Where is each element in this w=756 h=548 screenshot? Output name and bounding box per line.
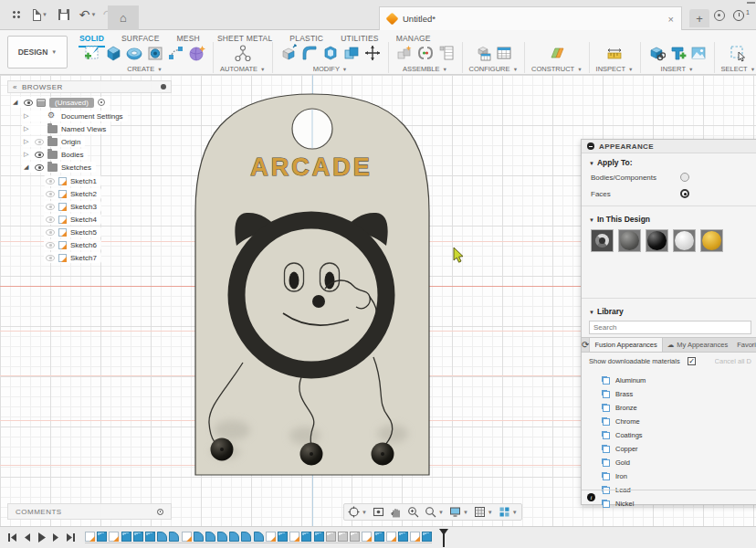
close-tab-icon[interactable]: × [668, 14, 674, 25]
look-at-icon[interactable] [373, 506, 384, 518]
undo-icon[interactable]: ↶▼ [80, 7, 95, 22]
material-category-row[interactable]: Copper [582, 442, 756, 456]
material-category-row[interactable]: Coatings [582, 428, 756, 442]
sketch-tree-node[interactable]: Sketch2 [44, 188, 101, 199]
sketch-tree-node[interactable]: Sketch7 [44, 252, 101, 263]
timeline-feature-icon[interactable] [157, 532, 167, 542]
timeline-playhead[interactable] [435, 529, 447, 547]
timeline-feature-icon[interactable] [350, 532, 360, 542]
search-input[interactable] [589, 321, 751, 334]
timeline-feature-icon[interactable] [326, 532, 336, 542]
visibility-eye-icon[interactable] [24, 100, 33, 106]
timeline-feature-icon[interactable] [217, 532, 227, 542]
timeline-feature-icon[interactable] [362, 532, 372, 542]
skip-to-start-button[interactable] [7, 532, 17, 543]
measure-icon[interactable] [605, 44, 624, 62]
expander-icon[interactable] [24, 163, 31, 171]
visibility-eye-icon[interactable] [46, 242, 55, 248]
material-swatch[interactable] [618, 229, 641, 252]
construct-plane-icon[interactable] [548, 44, 566, 62]
browser-root-node[interactable]: (Unsaved) [11, 97, 110, 108]
radio-unselected[interactable] [680, 173, 689, 182]
create-menu[interactable]: CREATE ▼ [127, 65, 162, 73]
save-icon[interactable] [57, 7, 71, 22]
library-section[interactable]: ▼Library [582, 302, 756, 318]
comments-bar[interactable]: COMMENTS [7, 503, 172, 520]
sketch-tree-node[interactable]: Sketch6 [44, 239, 101, 250]
timeline-feature-icon[interactable] [386, 532, 396, 542]
home-tab[interactable]: ⌂ [108, 5, 139, 30]
dialog-grip-icon[interactable] [587, 142, 594, 150]
extensions-icon[interactable] [714, 10, 725, 21]
step-forward-button[interactable] [52, 532, 60, 543]
tab-favorites[interactable]: Favorites [732, 338, 756, 352]
visibility-eye-icon[interactable] [46, 178, 55, 184]
visibility-eye-icon[interactable] [35, 152, 44, 158]
assemble-menu[interactable]: ASSEMBLE ▼ [403, 65, 447, 73]
visibility-eye-icon[interactable] [46, 229, 55, 236]
timeline-feature-icon[interactable] [398, 532, 408, 542]
modify-menu[interactable]: MODIFY ▼ [313, 65, 348, 73]
tab-fusion-appearances[interactable]: Fusion Appearances [589, 338, 662, 352]
browser-tree-node[interactable]: Bodies [22, 149, 88, 160]
joint-list-icon[interactable] [437, 44, 456, 62]
sketch-tree-node[interactable]: Sketch1 [44, 175, 101, 186]
material-swatch[interactable] [673, 229, 696, 252]
configure-menu[interactable]: CONFIGURE ▼ [469, 65, 519, 73]
revolve-icon[interactable] [125, 44, 143, 62]
sketch-tree-node[interactable]: Sketch5 [44, 227, 101, 237]
fit-icon[interactable]: ▼ [425, 506, 444, 518]
tab-my-appearances[interactable]: ☁My Appearances [663, 338, 732, 352]
construct-menu[interactable]: CONSTRUCT ▼ [531, 65, 583, 73]
timeline-feature-icon[interactable] [338, 532, 348, 542]
new-tab-button[interactable]: + [689, 9, 709, 27]
visibility-eye-icon[interactable] [35, 164, 44, 171]
expander-icon[interactable] [13, 99, 20, 106]
pattern-icon[interactable] [167, 44, 185, 62]
activate-component-radio[interactable] [98, 99, 105, 106]
combine-icon[interactable] [342, 44, 361, 62]
zoom-icon[interactable] [407, 506, 419, 518]
grid-settings-icon[interactable]: ▼ [474, 506, 493, 518]
play-button[interactable] [37, 532, 47, 543]
select-icon[interactable] [729, 44, 747, 62]
expander-icon[interactable] [24, 112, 31, 120]
visibility-eye-icon[interactable] [46, 204, 55, 210]
create-sketch-icon[interactable] [83, 44, 101, 62]
timeline-feature-icon[interactable] [133, 532, 143, 542]
expander-icon[interactable] [24, 138, 31, 145]
pan-icon[interactable] [390, 506, 402, 518]
timeline-feature-icon[interactable] [410, 532, 420, 542]
step-back-button[interactable] [23, 532, 31, 543]
option-faces[interactable]: Faces [582, 185, 756, 202]
job-status-icon[interactable] [733, 10, 744, 21]
app-grid-icon[interactable] [9, 7, 24, 22]
timeline-feature-icon[interactable] [229, 532, 239, 542]
visibility-eye-icon[interactable] [46, 255, 55, 261]
material-category-row[interactable]: Iron [582, 469, 756, 483]
timeline-feature-icon[interactable] [194, 532, 204, 542]
expander-icon[interactable] [24, 125, 31, 132]
browser-tree-node[interactable]: Document Settings [22, 111, 128, 121]
browser-tree-node[interactable]: Origin [22, 136, 85, 147]
file-menu-icon[interactable]: ▼ [33, 7, 47, 22]
timeline-feature-icon[interactable] [85, 532, 95, 542]
material-category-row[interactable]: Bronze [582, 401, 756, 415]
apply-to-section[interactable]: ▼Apply To: [582, 153, 756, 169]
viewports-icon[interactable]: ▼ [499, 506, 518, 518]
insert-mesh-icon[interactable] [668, 44, 687, 62]
automate-menu[interactable]: AUTOMATE ▼ [220, 65, 266, 73]
timeline-feature-icon[interactable] [266, 532, 276, 542]
in-this-design-section[interactable]: ▼In This Design [582, 210, 756, 226]
display-settings-icon[interactable]: ▼ [449, 506, 468, 518]
insert-menu[interactable]: INSERT ▼ [661, 65, 694, 73]
hole-icon[interactable] [146, 44, 164, 62]
browser-tree-node[interactable]: Sketches [22, 162, 96, 173]
material-swatch[interactable] [646, 229, 668, 252]
browser-header[interactable]: « BROWSER [7, 80, 172, 93]
cancel-downloads-link[interactable]: Cancel all D [715, 357, 751, 365]
design-workspace-menu[interactable]: DESIGN▼ [7, 36, 68, 68]
panel-grip-icon[interactable] [161, 84, 166, 90]
material-swatch[interactable] [700, 229, 723, 252]
material-category-row[interactable]: Brass [582, 387, 756, 401]
